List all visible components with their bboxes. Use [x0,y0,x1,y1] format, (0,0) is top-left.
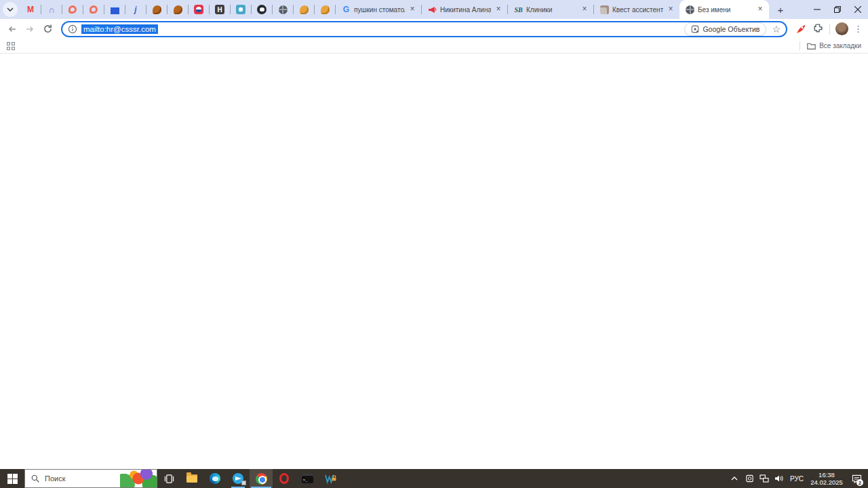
edge-button[interactable] [203,469,226,488]
back-button[interactable] [4,21,20,37]
tab-untitled-active[interactable]: Без имени × [679,0,769,19]
reload-icon [43,24,53,34]
new-tab-button[interactable]: + [772,1,789,18]
pinned-tab-loupe-1[interactable] [62,0,83,19]
url-text-selected[interactable]: mailto:hr@csssr.com [81,24,158,34]
tab-close-icon[interactable]: × [494,5,503,14]
profile-avatar[interactable] [835,22,848,35]
pinned-tab-pixel[interactable] [104,0,125,19]
ethernet-icon [760,474,769,483]
speaker-icon [774,474,784,483]
tray-chevron-button[interactable] [728,469,741,488]
close-window-button[interactable] [848,0,868,19]
tab-kliniki[interactable]: SB Клиники × [508,0,593,19]
back-icon [7,24,18,35]
bookmarks-bar: Все закладки [0,39,868,54]
pixel-art-icon [110,5,120,15]
pinned-tab-hand-4[interactable] [315,0,335,19]
browser-toolbar: mailto:hr@csssr.com Google Объектив ☆ ⋮ [0,19,868,39]
taskbar-clock[interactable]: 16:38 24.02.2025 [808,471,845,486]
rocket-extension-icon[interactable] [795,23,807,35]
all-bookmarks-button[interactable]: Все закладки [807,42,861,49]
gray-app-icon [599,5,610,15]
tab-close-icon[interactable]: × [408,5,417,14]
pinned-tab-hand-2[interactable] [167,0,188,19]
notification-badge: 2 [856,479,863,486]
pinned-tab-arc[interactable]: ∩ [41,0,62,19]
megaphone-icon [427,5,437,15]
volume-button[interactable] [773,469,785,488]
tab-title: Квест ассистента мен [612,6,663,14]
windows-taskbar: Поиск >_ [0,469,868,488]
tab-close-icon[interactable]: × [580,5,589,14]
pinned-tab-teal[interactable] [231,0,251,19]
pinned-tab-hand-3[interactable] [294,0,314,19]
restore-icon [834,6,841,13]
file-explorer-icon [186,474,197,483]
maximize-button[interactable] [827,0,848,19]
notification-center-button[interactable]: 2 [848,469,865,488]
bookmark-star-icon[interactable]: ☆ [772,24,781,35]
tab-strip: M ∩ j H G пушкин стоматолог - П × Никити… [0,0,868,19]
bookmarks-right: Все закладки [800,41,861,51]
telegram-button[interactable] [226,469,250,488]
tab-pushkin[interactable]: G пушкин стоматолог - П × [336,0,421,19]
pinned-tab-h[interactable]: H [210,0,230,19]
tablet-sync-icon [745,474,754,483]
pepsi-icon [194,5,204,15]
google-lens-button[interactable]: Google Объектив [684,22,766,36]
reload-button[interactable] [39,21,56,37]
pinned-tab-github[interactable] [252,0,272,19]
pinned-tab-gmail[interactable]: M [20,0,41,19]
language-indicator[interactable]: РУС [788,469,806,488]
task-view-button[interactable] [157,469,180,488]
pinned-tab-pepsi[interactable] [189,0,209,19]
address-bar[interactable]: mailto:hr@csssr.com Google Объектив ☆ [61,21,787,37]
search-icon [31,474,39,483]
minimize-icon [814,6,821,13]
start-button[interactable] [0,469,24,488]
page-info-icon[interactable] [68,24,77,34]
opera-icon [279,473,289,484]
github-icon [257,5,267,15]
forward-button[interactable] [22,21,38,37]
file-explorer-button[interactable] [180,469,203,488]
tab-kvest[interactable]: Квест ассистента мен × [594,0,679,19]
tab-close-icon[interactable]: × [666,5,675,14]
opera-button[interactable] [273,469,296,488]
bookmarks-divider [800,41,800,51]
minimize-button[interactable] [807,0,827,19]
hand-icon [320,5,330,15]
forward-icon [24,24,35,35]
gmail-icon: M [26,5,36,15]
vpn-app-button[interactable] [319,469,342,488]
search-highlight-image[interactable] [120,470,157,487]
pinned-tab-hand-1[interactable] [146,0,167,19]
loupe-icon [68,5,78,15]
apps-grid-icon[interactable] [7,42,15,50]
windows-logo-icon [7,474,18,484]
globe-icon [278,5,288,15]
tab-title: Клиники [526,6,577,14]
tab-title: пушкин стоматолог - П [354,6,405,14]
pinned-tab-j[interactable]: j [125,0,146,19]
pinned-tab-loupe-2[interactable] [83,0,104,19]
pinned-tab-globe[interactable] [273,0,293,19]
browser-menu-button[interactable]: ⋮ [854,24,863,34]
network-button[interactable] [758,469,770,488]
letter-j-icon: j [131,5,141,15]
tab-search-button[interactable] [3,2,18,17]
tab-nikitina[interactable]: Никитина Алина Евген × [422,0,507,19]
tray-tablet-button[interactable] [743,469,755,488]
tab-title: Никитина Алина Евген [440,6,491,14]
toolbar-right-cluster: ⋮ [795,22,863,35]
taskbar-search-box[interactable]: Поиск [24,469,157,488]
hand-icon [299,5,309,15]
chrome-button[interactable] [250,469,273,488]
clock-time: 16:38 [808,471,845,479]
tab-close-icon[interactable]: × [755,5,765,14]
terminal-button[interactable]: >_ [296,469,319,488]
task-view-icon [164,474,174,483]
lens-label: Google Объектив [703,25,760,33]
extensions-puzzle-icon[interactable] [812,23,824,35]
